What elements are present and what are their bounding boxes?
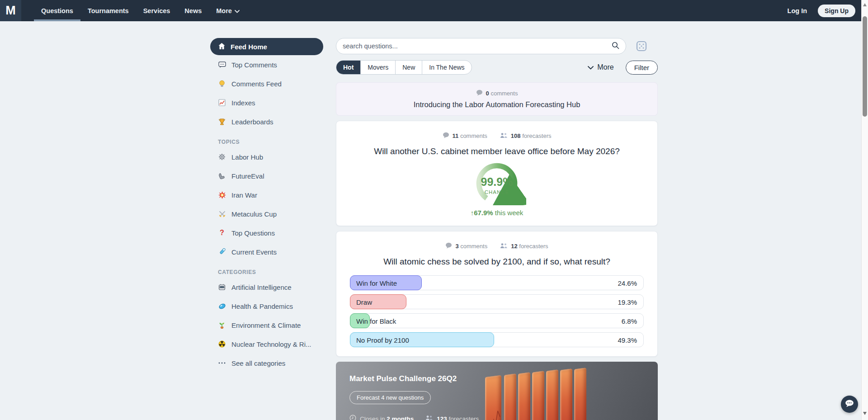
weekly-change: ↑67.9% this week: [350, 209, 644, 217]
sign-up-button[interactable]: Sign Up: [818, 5, 855, 17]
speech-bubble-icon: [218, 61, 226, 68]
comment-icon: [443, 132, 449, 140]
filter-tabs-row: Hot Movers New In The News More Filter: [336, 60, 658, 75]
search-bar[interactable]: [336, 38, 626, 54]
option-value: 49.3%: [618, 336, 637, 344]
vertical-scrollbar[interactable]: [861, 0, 868, 420]
comment-icon: [476, 90, 483, 97]
filter-button[interactable]: Filter: [626, 61, 658, 75]
chat-bubble-icon: [845, 400, 854, 409]
mechanical-arm-icon: [218, 172, 226, 179]
forecasters-icon: [500, 132, 508, 140]
option-row[interactable]: Win for Black 6.8%: [350, 313, 644, 328]
tab-movers[interactable]: Movers: [360, 61, 395, 74]
sidebar-item-current-events[interactable]: Current Events: [210, 242, 323, 261]
search-input[interactable]: [343, 42, 612, 50]
card-meta: 3 comments 12 forecasters: [350, 242, 644, 250]
tournament-meta: Closes in 2 months 123 forecasters: [349, 415, 658, 420]
sidebar-item-metaculus-cup[interactable]: Metaculus Cup: [210, 204, 323, 223]
seedling-icon: [218, 321, 226, 329]
sidebar-item-health-pandemics[interactable]: Health & Pandemics: [210, 297, 323, 316]
chance-label: CHANCE: [485, 189, 509, 195]
chevron-down-icon: [588, 63, 594, 71]
chat-support-button[interactable]: [841, 396, 858, 413]
lightbulb-icon: [218, 80, 226, 88]
option-label: Win for Black: [356, 317, 396, 325]
ellipsis-icon: [218, 362, 226, 364]
probability-gauge: 99.9% CHANCE: [350, 160, 644, 207]
tournament-title: Market Pulse Challenge 26Q2: [349, 374, 658, 383]
option-value: 6.8%: [622, 317, 637, 325]
main-nav: M Questions Tournaments Services News Mo…: [0, 0, 868, 21]
nav-item-tournaments[interactable]: Tournaments: [80, 0, 136, 21]
option-label: Draw: [356, 298, 372, 306]
sidebar-item-top-comments[interactable]: Top Comments: [210, 55, 323, 74]
pill-icon: [218, 303, 226, 310]
tab-in-the-news[interactable]: In The News: [422, 61, 471, 74]
tournament-card-market-pulse[interactable]: Market Pulse Challenge 26Q2 Forecast 4 n…: [336, 362, 658, 420]
sidebar-item-futureeval[interactable]: FutureEval: [210, 166, 323, 185]
explosion-icon: [218, 191, 226, 199]
question-title: Will another U.S. cabinet member leave o…: [350, 146, 644, 156]
option-label: No Proof by 2100: [356, 336, 409, 344]
scroll-down-arrow-icon[interactable]: [863, 412, 867, 415]
feed-tabs: Hot Movers New In The News: [336, 60, 472, 75]
nav-item-questions[interactable]: Questions: [34, 0, 80, 21]
question-title: Will atomic chess be solved by 2100, and…: [350, 257, 644, 267]
option-value: 19.3%: [618, 298, 637, 306]
random-question-dice-icon[interactable]: [635, 39, 648, 53]
sidebar-item-feed-home[interactable]: Feed Home: [210, 38, 323, 55]
search-row: [336, 38, 658, 54]
sidebar-item-see-all-categories[interactable]: See all categories: [210, 354, 323, 373]
option-row[interactable]: No Proof by 2100 49.3%: [350, 332, 644, 347]
question-mark-icon: ?: [218, 229, 226, 237]
tab-hot[interactable]: Hot: [336, 61, 360, 74]
nav-item-services[interactable]: Services: [136, 0, 178, 21]
topics-header: TOPICS: [210, 137, 323, 147]
scroll-up-arrow-icon[interactable]: [863, 3, 867, 6]
option-row[interactable]: Win for White 24.6%: [350, 275, 644, 290]
sidebar-item-indexes[interactable]: Indexes: [210, 93, 323, 112]
chevron-down-icon: [235, 7, 240, 14]
pen-icon: [218, 248, 226, 255]
sidebar-item-leaderboards[interactable]: Leaderboards: [210, 112, 323, 131]
sidebar-item-comments-feed[interactable]: Comments Feed: [210, 74, 323, 93]
forecasters-icon: [500, 243, 508, 250]
option-row[interactable]: Draw 19.3%: [350, 294, 644, 309]
comment-icon: [445, 242, 452, 250]
chart-increasing-icon: [218, 99, 226, 106]
sidebar-item-artificial-intelligence[interactable]: Artificial Intelligence: [210, 278, 323, 297]
robot-icon: [218, 283, 226, 291]
scrollbar-thumb[interactable]: [863, 16, 867, 117]
tab-new[interactable]: New: [395, 61, 422, 74]
sidebar-item-iran-war[interactable]: Iran War: [210, 185, 323, 204]
log-in-link[interactable]: Log In: [788, 7, 807, 14]
more-dropdown[interactable]: More: [588, 63, 613, 71]
clock-icon: [349, 415, 356, 420]
option-value: 24.6%: [618, 279, 637, 287]
question-card-cabinet[interactable]: 11 comments 108 forecasters Will another…: [336, 121, 658, 226]
nav-item-more[interactable]: More: [209, 0, 247, 21]
card-meta: 0 comments: [476, 90, 518, 97]
home-icon: [218, 42, 226, 51]
forecasters-icon: [425, 415, 433, 420]
option-label: Win for White: [356, 279, 397, 287]
forecast-questions-button[interactable]: Forecast 4 new questions: [349, 391, 431, 404]
news-card[interactable]: 0 comments Introducing the Labor Automat…: [336, 82, 658, 116]
feed-column: Hot Movers New In The News More Filter 0…: [336, 38, 658, 420]
up-arrow-icon: ↑: [471, 209, 474, 217]
question-card-atomic-chess[interactable]: 3 comments 12 forecasters Will atomic ch…: [336, 231, 658, 357]
nav-item-news[interactable]: News: [177, 0, 209, 21]
news-card-title: Introducing the Labor Automation Forecas…: [414, 100, 580, 109]
search-icon[interactable]: [612, 42, 619, 51]
sidebar-item-environment-climate[interactable]: Environment & Climate: [210, 316, 323, 335]
sidebar-item-labor-hub[interactable]: Labor Hub: [210, 147, 323, 166]
sidebar-item-nuclear-technology[interactable]: Nuclear Technology & Ri...: [210, 335, 323, 354]
radioactive-icon: [218, 340, 226, 348]
crossed-swords-icon: [218, 210, 226, 218]
metaculus-logo[interactable]: M: [0, 0, 21, 21]
chance-value: 99.9%: [481, 175, 513, 188]
options-list: Win for White 24.6% Draw 19.3% Win for B…: [350, 275, 644, 347]
card-meta: 11 comments 108 forecasters: [350, 132, 644, 140]
sidebar-item-top-questions[interactable]: ? Top Questions: [210, 223, 323, 242]
